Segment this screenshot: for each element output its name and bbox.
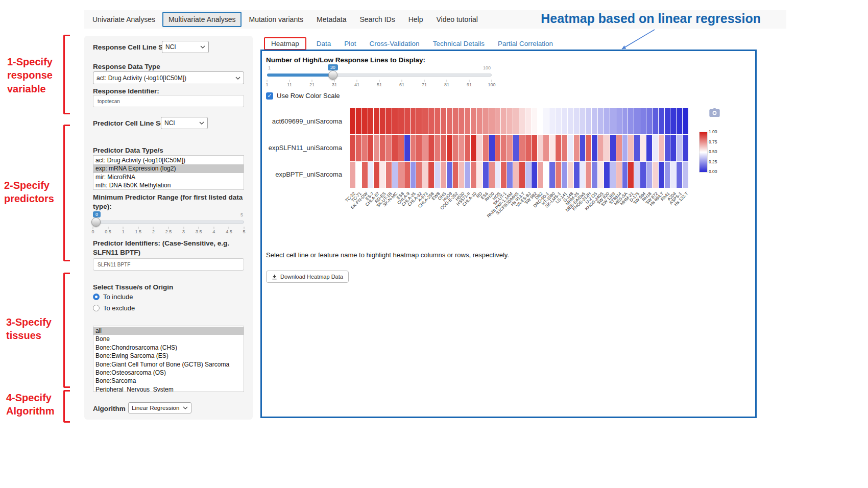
heatmap-cell[interactable] [549,135,555,161]
heatmap-cell[interactable] [501,162,507,188]
heatmap-cell[interactable] [670,135,676,161]
heatmap-cell[interactable] [677,108,682,134]
heatmap-cell[interactable] [368,135,374,161]
heatmap-cell[interactable] [659,162,664,188]
heatmap-cell[interactable] [489,108,495,134]
heatmap-cell[interactable] [604,162,610,188]
heatmap-cell[interactable] [562,162,567,188]
heatmap-cell[interactable] [556,135,561,161]
heatmap-cell[interactable] [459,108,464,134]
heatmap-cell[interactable] [640,108,646,134]
heatmap-cell[interactable] [616,108,622,134]
predictor-data-type-option[interactable]: mir: MicroRNA [93,173,244,181]
tissue-option[interactable]: Bone:Ewing Sarcoma (ES) [93,352,244,360]
nav-tab-help[interactable]: Help [402,12,429,27]
response-identifier-input[interactable] [93,95,244,107]
heatmap-cell[interactable] [562,135,567,161]
heatmap-cell[interactable] [465,108,470,134]
heatmap-cell[interactable] [592,135,597,161]
heatmap-cell[interactable] [616,135,622,161]
tissue-option[interactable]: Peripheral_Nervous_System [93,385,244,392]
heatmap-cell[interactable] [525,135,531,161]
tissue-option[interactable]: Bone:Chondrosarcoma (CHS) [93,344,244,352]
heatmap-cell[interactable] [404,135,410,161]
heatmap-cell[interactable] [659,108,664,134]
heatmap-cell[interactable] [428,162,434,188]
heatmap-cell[interactable] [628,108,634,134]
heatmap-row-label[interactable]: act609699_uniSarcoma [262,108,347,135]
predictor-data-types-listbox[interactable]: act: Drug Activity (-log10[IC50M])exp: m… [93,155,244,190]
heatmap-cell[interactable] [683,108,688,134]
heatmap-cell[interactable] [447,135,452,161]
heatmap-cell[interactable] [356,162,361,188]
heatmap-cell[interactable] [483,108,489,134]
min-predictor-range-slider[interactable]: 5 0 00.511.522.533.544.55 [93,212,244,236]
slider-handle[interactable] [328,70,337,80]
heatmap-cell[interactable] [362,135,368,161]
row-color-scale-row[interactable]: Use Row Color Scale [266,92,340,100]
heatmap-cell[interactable] [665,162,670,188]
heatmap-cell[interactable] [598,162,604,188]
heatmap-cell[interactable] [441,108,446,134]
heatmap-cell[interactable] [543,135,549,161]
heatmap-cell[interactable] [428,135,434,161]
heatmap-cell[interactable] [380,108,385,134]
heatmap-cell[interactable] [634,162,640,188]
heatmap-row-label[interactable]: expSLFN11_uniSarcoma [262,135,347,161]
tab-heatmap[interactable]: Heatmap [264,37,306,50]
response-data-type-select[interactable]: act: Drug Activity (-log10[IC50M]) [93,71,244,84]
heatmap-cell[interactable] [532,135,537,161]
nav-tab-mutation-variants[interactable]: Mutation variants [243,12,309,27]
heatmap-cell[interactable] [543,162,549,188]
heatmap-cell[interactable] [447,162,452,188]
heatmap-cell[interactable] [489,162,495,188]
heatmap-cell[interactable] [604,108,610,134]
heatmap-cell[interactable] [653,108,658,134]
heatmap-cell[interactable] [586,135,591,161]
heatmap-cell[interactable] [471,162,476,188]
heatmap-cell[interactable] [507,162,513,188]
heatmap-cell[interactable] [634,135,640,161]
heatmap-cell[interactable] [398,162,404,188]
heatmap-cell[interactable] [556,162,561,188]
heatmap-cell[interactable] [525,108,531,134]
heatmap-cell[interactable] [616,162,622,188]
heatmap-cell[interactable] [670,162,676,188]
heatmap-cell[interactable] [634,108,640,134]
tab-partial-correlation[interactable]: Partial Correlation [495,38,556,50]
to-exclude-radio[interactable] [93,305,100,311]
heatmap-cell[interactable] [489,135,495,161]
heatmap-cell[interactable] [459,135,464,161]
heatmap-cell[interactable] [610,162,616,188]
heatmap-cell[interactable] [580,162,586,188]
tab-plot[interactable]: Plot [341,38,359,50]
heatmap-cell[interactable] [416,162,422,188]
heatmap-cell[interactable] [374,135,379,161]
heatmap-cell[interactable] [392,162,398,188]
heatmap-cell[interactable] [543,108,549,134]
heatmap-cell[interactable] [592,108,597,134]
heatmap-cell[interactable] [513,135,519,161]
heatmap-cell[interactable] [574,162,580,188]
heatmap-cell[interactable] [622,135,628,161]
heatmap-cell[interactable] [411,108,416,134]
heatmap-cell[interactable] [646,108,652,134]
heatmap-cell[interactable] [568,108,573,134]
heatmap-cell[interactable] [477,162,483,188]
heatmap-cell[interactable] [411,162,416,188]
heatmap-cell[interactable] [459,162,464,188]
heatmap-cell[interactable] [610,135,616,161]
heatmap-cell[interactable] [646,135,652,161]
heatmap-cell[interactable] [404,108,410,134]
heatmap-cell[interactable] [398,108,404,134]
heatmap-row-label[interactable]: expBPTF_uniSarcoma [262,161,347,188]
heatmap-cell[interactable] [568,135,573,161]
heatmap-cell[interactable] [398,135,404,161]
heatmap-cell[interactable] [507,135,513,161]
heatmap-cell[interactable] [532,108,537,134]
tab-data[interactable]: Data [314,38,334,50]
heatmap-cell[interactable] [665,135,670,161]
heatmap-cell[interactable] [646,162,652,188]
heatmap-cell[interactable] [453,108,459,134]
heatmap-cell[interactable] [422,135,428,161]
